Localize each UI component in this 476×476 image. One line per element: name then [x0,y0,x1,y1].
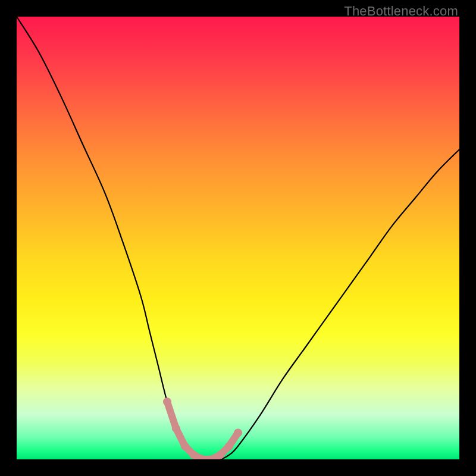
plot-area [17,17,459,459]
bottleneck-curve [17,17,459,459]
chart-frame: TheBottleneck.com [0,0,476,476]
marker-dot [163,397,171,406]
marker-dots [163,397,242,459]
marker-dot [181,442,189,450]
curve-svg [17,17,459,459]
marker-dot [225,442,233,450]
marker-dot [172,424,180,433]
marker-dot [234,428,242,437]
marker-dot [216,451,224,459]
marker-connector [167,402,176,428]
marker-dot [190,451,198,459]
